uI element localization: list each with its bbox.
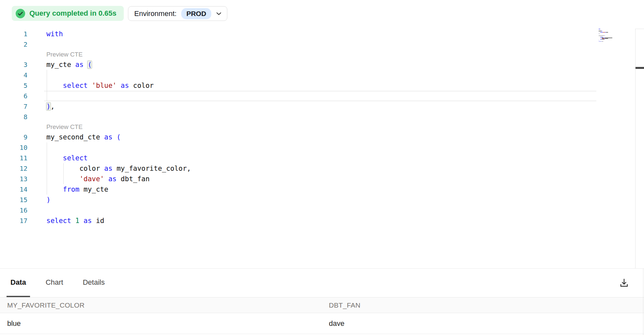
tab-chart[interactable]: Chart	[42, 269, 67, 297]
line-number: 14	[0, 185, 27, 193]
indent-guide	[47, 184, 47, 195]
code-line-10: 10	[0, 142, 644, 153]
preview-cte-label-row: Preview CTE	[0, 50, 644, 59]
code-line-13: 13 'dave' as dbt_fan	[0, 174, 644, 184]
code-line-8: 8	[0, 112, 644, 122]
indent-guide	[47, 80, 47, 91]
line-number: 5	[0, 82, 27, 89]
code-text: )	[27, 195, 51, 205]
indent-guide	[47, 91, 47, 101]
line-number: 4	[0, 71, 27, 79]
indent-guide	[63, 174, 64, 184]
code-text: my_cte as (	[27, 59, 92, 70]
line-number: 16	[0, 206, 27, 214]
query-status-text: Query completed in 0.65s	[29, 9, 117, 18]
code-text: 'dave' as dbt_fan	[27, 174, 150, 184]
code-line-16: 16	[0, 205, 644, 215]
code-text: my_second_cte as (	[27, 132, 121, 142]
table-row: bluedave	[0, 313, 644, 334]
line-number: 7	[0, 103, 27, 110]
code-text: from my_cte	[27, 184, 108, 195]
line-number: 1	[0, 30, 27, 38]
line-number: 9	[0, 133, 27, 141]
code-line-6: 6	[0, 91, 644, 101]
editor-scrollbar-track[interactable]	[635, 29, 644, 268]
line-number: 8	[0, 113, 27, 121]
results-panel: DataChartDetails MY_FAVORITE_COLORDBT_FA…	[0, 268, 644, 335]
line-number: 12	[0, 165, 27, 172]
code-line-17: 17select 1 as id	[0, 215, 644, 226]
line-number: 11	[0, 154, 27, 162]
chevron-down-icon	[216, 12, 222, 16]
preview-cte-label-row: Preview CTE	[0, 122, 644, 132]
download-results-button[interactable]	[619, 277, 630, 288]
code-line-2: 2	[0, 39, 644, 50]
code-line-11: 11 select	[0, 153, 644, 163]
indent-guide	[63, 163, 64, 174]
code-line-7: 7),	[0, 101, 644, 112]
line-number: 6	[0, 92, 27, 100]
indent-guide	[47, 142, 47, 153]
results-table-header: MY_FAVORITE_COLORDBT_FAN	[0, 297, 644, 313]
preview-cte-label[interactable]: Preview CTE	[0, 51, 83, 58]
active-line-highlight	[44, 91, 596, 101]
code-line-14: 14 from my_cte	[0, 184, 644, 195]
line-number: 10	[0, 144, 27, 152]
code-text: select 1 as id	[27, 215, 104, 226]
editor-scrollbar-thumb[interactable]	[636, 67, 644, 69]
tab-data[interactable]: Data	[7, 269, 30, 297]
query-status-badge: Query completed in 0.65s	[12, 6, 124, 21]
indent-guide	[47, 70, 47, 80]
indent-guide	[47, 153, 47, 163]
top-bar: Query completed in 0.65s Environment: PR…	[0, 0, 644, 26]
code-text: color as my_favorite_color,	[27, 163, 191, 174]
code-text: select	[27, 153, 88, 163]
tab-details[interactable]: Details	[79, 269, 108, 297]
results-scrollbar-edge	[643, 268, 643, 335]
download-icon	[619, 277, 630, 288]
results-tab-bar: DataChartDetails	[0, 269, 644, 297]
column-header-dbt_fan: DBT_FAN	[322, 301, 644, 309]
code-line-12: 12 color as my_favorite_color,	[0, 163, 644, 174]
line-number: 2	[0, 40, 27, 48]
line-number: 3	[0, 61, 27, 69]
environment-label: Environment:	[134, 9, 177, 18]
dbt-query-workspace: Query completed in 0.65s Environment: PR…	[0, 0, 644, 335]
code-line-5: 5 select 'blue' as color	[0, 80, 644, 91]
table-cell: dave	[322, 319, 644, 328]
code-line-15: 15)	[0, 195, 644, 205]
environment-selector[interactable]: Environment: PROD	[128, 6, 227, 21]
code-line-4: 4	[0, 70, 644, 80]
minimap-line	[599, 41, 619, 42]
environment-value-badge: PROD	[181, 8, 212, 19]
matched-bracket: (	[88, 61, 92, 69]
code-text: select 'blue' as color	[27, 80, 154, 91]
code-text: with	[27, 29, 63, 39]
code-line-9: 9my_second_cte as (	[0, 132, 644, 142]
sql-editor[interactable]: 1with2Preview CTE3my_cte as (45 select '…	[0, 29, 644, 226]
indent-guide	[47, 163, 47, 174]
indent-guide	[47, 174, 47, 184]
column-header-my_favorite_color: MY_FAVORITE_COLOR	[0, 301, 322, 309]
matched-bracket: )	[46, 103, 51, 110]
code-line-3: 3my_cte as (	[0, 59, 644, 70]
line-number: 13	[0, 175, 27, 183]
editor-minimap[interactable]	[599, 29, 619, 42]
results-table: MY_FAVORITE_COLORDBT_FAN bluedave	[0, 297, 644, 334]
code-line-1: 1with	[0, 29, 644, 39]
success-check-icon	[16, 9, 25, 18]
preview-cte-label[interactable]: Preview CTE	[0, 123, 83, 131]
table-cell: blue	[0, 319, 322, 328]
line-number: 15	[0, 196, 27, 204]
code-text: ),	[27, 101, 55, 112]
line-number: 17	[0, 217, 27, 225]
